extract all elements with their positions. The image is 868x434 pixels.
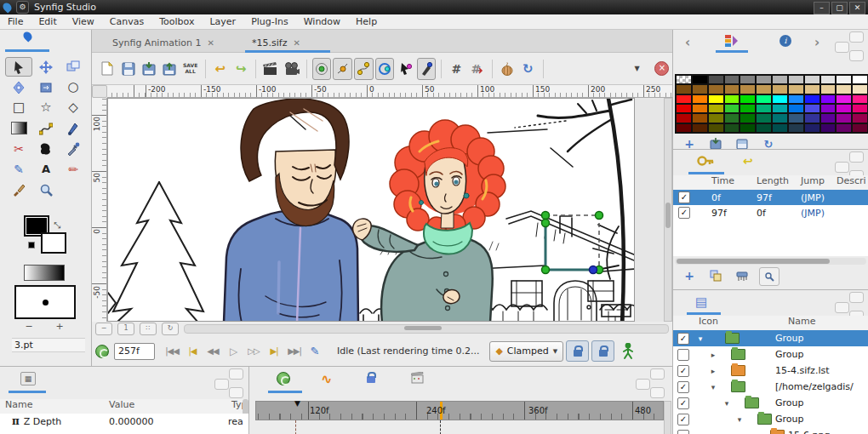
maximize-button[interactable]: ▢ [831,2,848,14]
export-button[interactable] [160,58,179,80]
stop-button[interactable]: × [653,58,671,80]
toggle-width-handles-button[interactable] [417,58,437,80]
parameters-tab[interactable]: ▦ [20,372,36,385]
layer-checkbox[interactable]: ✓ [677,414,689,425]
zoom-tool[interactable] [32,180,60,199]
palette-swatch[interactable] [692,113,708,123]
width-tool[interactable]: ✏ [60,159,87,179]
next-frame-button[interactable]: ▷▷ [243,341,264,362]
layer-row[interactable]: ▸ 15-6.png [673,427,868,434]
palette-swatch[interactable] [676,104,692,113]
menu-item-plug-ins[interactable]: Plug-Ins [243,15,296,28]
palette-swatch[interactable] [836,123,852,133]
palette-swatch[interactable] [724,104,740,113]
menu-item-toolbox[interactable]: Toolbox [151,15,202,28]
toolbar-overflow-button[interactable]: ▼ [627,58,646,80]
canvas-horizontal-scrollbar[interactable] [184,324,669,334]
panel-tab-left-icon[interactable]: ‹ [685,35,690,50]
layer-checkbox[interactable]: ✓ [677,397,689,409]
keyframe-history-tab[interactable]: ↩ [743,154,753,168]
undo-button[interactable]: ↩ [211,58,230,80]
palette-swatch[interactable] [740,104,756,113]
palette-swatch[interactable] [708,123,724,133]
layer-row[interactable]: ✓ ▾ [/home/zelgadis/ [673,379,868,395]
menu-item-layer[interactable]: Layer [202,15,243,28]
swap-colors-icon[interactable]: ⤡ [54,220,60,231]
animate-mode-button[interactable]: ✎ [305,341,325,362]
toggle-tangent-handles-button[interactable] [354,58,374,80]
canvas-workarea[interactable] [107,98,635,322]
keyframe-row[interactable]: ✓ 0f 97f (JMP) [673,190,868,205]
new-document-button[interactable] [98,58,117,80]
palette-swatch[interactable] [836,75,852,84]
vertical-ruler[interactable]: 100500-50 [92,98,107,322]
spline-tool[interactable] [32,118,60,138]
panel-tab-right-icon[interactable]: › [814,35,819,50]
rectangle-tool[interactable]: □ [5,98,32,117]
canvas-vscroll-thumb[interactable] [665,203,671,228]
toggle-angle-handles-button[interactable] [396,58,414,80]
palette-swatch[interactable] [852,84,868,94]
keyframes-hscroll-thumb[interactable] [677,259,830,264]
save-all-button[interactable]: SAVE ALL [180,58,199,80]
interpolation-dropdown[interactable]: ◆ Clamped ▼ [489,341,563,362]
scale-tool[interactable] [5,77,32,97]
palette-swatch[interactable] [852,75,868,84]
layer-checkbox[interactable]: ✓ [677,333,689,345]
keyframe-checkbox[interactable]: ✓ [678,207,690,219]
menu-item-view[interactable]: View [65,15,102,28]
render-button[interactable] [261,58,280,80]
palette-swatch[interactable] [708,104,724,113]
children-tab[interactable] [367,373,375,383]
palette-swatch[interactable] [676,75,692,84]
palette-swatch[interactable] [724,84,740,94]
refresh-time-button[interactable]: ↻ [162,323,179,335]
dock-handle[interactable] [213,368,245,394]
palette-swatch[interactable] [788,104,804,113]
palette-swatch[interactable] [852,123,868,133]
palette-swatch[interactable] [676,113,692,123]
expander-icon[interactable]: ▾ [696,334,705,343]
palette-swatch[interactable] [676,84,692,94]
expander-icon[interactable]: ▾ [735,415,744,424]
palette-swatch[interactable] [692,84,708,94]
palette-swatch[interactable] [740,84,756,94]
increase-size-button[interactable]: + [53,321,66,332]
layer-row[interactable]: ✓ ▾ Group [673,330,868,346]
palette-swatch[interactable] [756,113,772,123]
param-value[interactable]: 0.000000 [109,416,154,427]
bg-color-swatch[interactable] [41,232,66,254]
palette-swatch[interactable] [724,113,740,123]
layer-checkbox[interactable] [677,349,689,361]
palette-swatch[interactable] [740,75,756,84]
keyframe-marker-icon[interactable]: ▼ [294,399,300,408]
save-button[interactable] [118,58,137,80]
fit-canvas-button[interactable]: ∷ [140,323,157,335]
param-row[interactable]: π Z Depth 0.000000 rea [0,414,249,429]
lock-past-keyframes-button[interactable] [566,340,589,362]
prev-frame-button[interactable]: ◀◀ [203,341,223,362]
palette-swatch[interactable] [804,75,820,84]
palette-swatch[interactable] [820,75,837,84]
zoom-reset-button[interactable]: 1 [117,323,134,335]
palette-swatch[interactable] [740,123,756,133]
expander-icon[interactable]: ▾ [722,399,731,408]
dock-handle[interactable] [833,292,865,317]
palette-swatch[interactable] [772,113,788,123]
palette-swatch[interactable] [708,94,724,104]
palette-swatch[interactable] [772,104,788,113]
preview-button[interactable] [283,58,301,80]
toggle-radius-handles-button[interactable] [375,58,395,80]
palette-swatch[interactable] [772,75,788,84]
palette-swatch[interactable] [772,94,788,104]
gradient-tool[interactable] [5,118,32,138]
toggle-vertex-handles-button[interactable] [333,58,352,80]
draw-tool[interactable] [60,118,87,138]
palette-swatch[interactable] [820,123,837,133]
close-button[interactable]: ✕ [849,2,865,14]
info-tab[interactable]: i [779,35,791,47]
transform-tool[interactable] [5,57,32,77]
palette-swatch[interactable] [836,84,852,94]
show-grid-button[interactable]: # [447,58,465,80]
palette-swatch[interactable] [804,113,820,123]
